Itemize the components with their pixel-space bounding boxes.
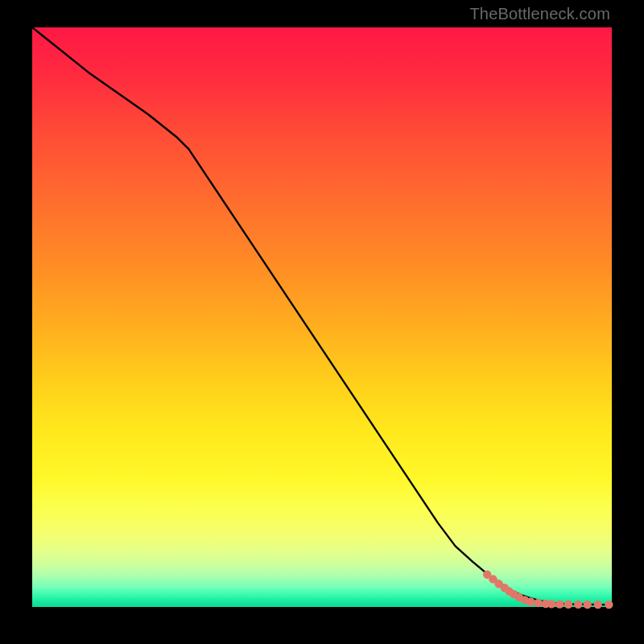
- data-point: [594, 601, 602, 609]
- data-point: [564, 601, 572, 609]
- chart-container: TheBottleneck.com: [0, 0, 644, 644]
- attribution-label: TheBottleneck.com: [469, 5, 610, 23]
- data-point: [584, 601, 592, 609]
- data-point: [526, 597, 535, 605]
- plot-area: [32, 27, 612, 607]
- marker-group: [483, 570, 613, 609]
- chart-svg: [32, 27, 612, 607]
- data-point: [547, 600, 555, 608]
- data-point: [534, 599, 542, 607]
- data-point: [605, 601, 613, 609]
- data-point: [555, 600, 564, 608]
- data-point: [574, 601, 582, 609]
- data-curve: [32, 27, 612, 605]
